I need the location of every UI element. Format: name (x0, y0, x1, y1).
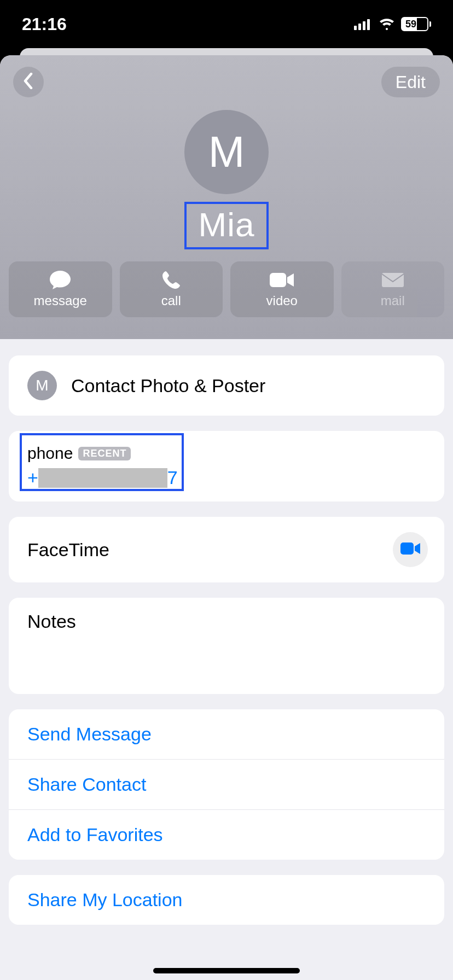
phone-type-label: phone (27, 444, 73, 463)
phone-suffix: 7 (167, 467, 178, 488)
avatar-initial: M (208, 127, 245, 177)
phone-number[interactable]: + 7 (27, 467, 426, 488)
facetime-video-button[interactable] (393, 532, 428, 567)
mail-label: mail (381, 293, 405, 308)
add-to-favorites-link[interactable]: Add to Favorites (9, 810, 444, 860)
status-bar: 21:16 59 (0, 0, 453, 48)
photo-poster-card[interactable]: M Contact Photo & Poster (9, 355, 444, 416)
status-indicators: 59 (354, 14, 431, 34)
mail-button: mail (341, 261, 445, 317)
share-contact-link[interactable]: Share Contact (9, 760, 444, 810)
phone-redacted (38, 468, 167, 488)
video-button[interactable]: video (230, 261, 334, 317)
back-button[interactable] (13, 67, 44, 97)
share-location-card: Share My Location (9, 875, 444, 925)
svg-rect-3 (367, 19, 370, 30)
phone-icon (161, 270, 181, 290)
chevron-left-icon (23, 73, 34, 91)
video-icon (399, 541, 421, 558)
notes-label: Notes (27, 611, 426, 632)
svg-rect-6 (400, 542, 414, 555)
phone-prefix: + (27, 467, 38, 488)
actions-card: Send Message Share Contact Add to Favori… (9, 709, 444, 860)
video-label: video (266, 293, 298, 308)
facetime-card: FaceTime (9, 517, 444, 582)
battery-icon: 59 (401, 17, 431, 31)
avatar-small: M (27, 371, 57, 400)
share-my-location-link[interactable]: Share My Location (9, 875, 444, 925)
edit-button[interactable]: Edit (381, 67, 440, 97)
contact-header: Edit M Mia message call (0, 55, 453, 339)
edit-label: Edit (396, 72, 426, 92)
contact-name: Mia (184, 202, 269, 249)
facetime-label: FaceTime (27, 539, 109, 561)
video-icon (269, 270, 295, 290)
contact-sheet: Edit M Mia message call (0, 55, 453, 980)
cellular-icon (354, 14, 373, 34)
svg-rect-4 (270, 273, 286, 287)
wifi-icon (378, 14, 396, 34)
message-label: message (34, 293, 87, 308)
call-label: call (161, 293, 181, 308)
content-area: M Contact Photo & Poster phone RECENT + … (0, 339, 453, 925)
avatar-small-initial: M (36, 377, 48, 394)
photo-poster-label: Contact Photo & Poster (71, 375, 265, 396)
home-indicator[interactable] (153, 968, 300, 973)
message-icon (49, 270, 72, 290)
message-button[interactable]: message (9, 261, 112, 317)
mail-icon (381, 270, 405, 290)
svg-rect-1 (358, 24, 361, 30)
recent-badge: RECENT (78, 447, 131, 460)
notes-card[interactable]: Notes (9, 598, 444, 694)
quick-actions-row: message call video mail (0, 249, 453, 317)
status-time: 21:16 (22, 14, 67, 34)
phone-card[interactable]: phone RECENT + 7 (9, 431, 444, 501)
svg-rect-5 (382, 273, 404, 287)
contact-avatar[interactable]: M (184, 110, 269, 194)
send-message-link[interactable]: Send Message (9, 709, 444, 760)
call-button[interactable]: call (120, 261, 223, 317)
svg-rect-0 (354, 26, 357, 30)
svg-rect-2 (363, 21, 365, 30)
